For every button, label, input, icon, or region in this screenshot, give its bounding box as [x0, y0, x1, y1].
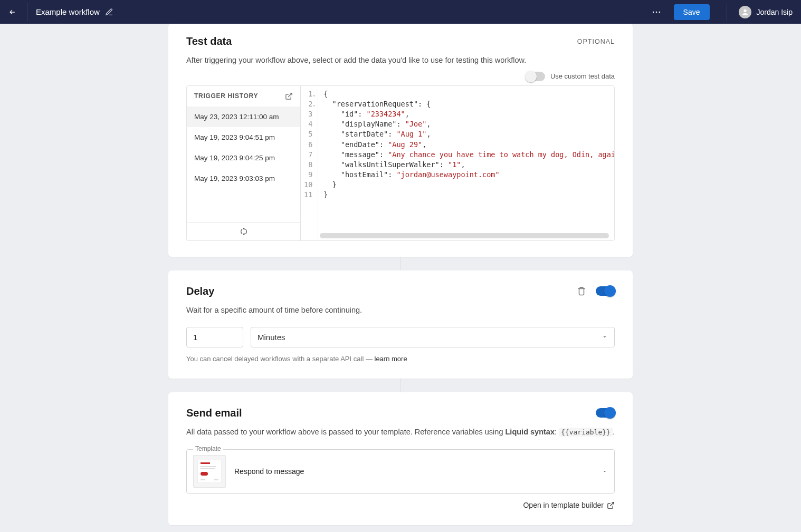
line-gutter: 1⌄ 2⌄ 3 4 5 6 7 8 9 10 11	[301, 86, 318, 240]
template-thumbnail	[193, 455, 226, 488]
json-editor[interactable]: 1⌄ 2⌄ 3 4 5 6 7 8 9 10 11 { "reservation…	[301, 86, 614, 240]
delete-step-button[interactable]	[577, 286, 586, 296]
workflow-title: Example workflow	[36, 7, 100, 16]
test-data-section: Test data OPTIONAL After triggering your…	[168, 24, 633, 257]
app-bar: Example workflow Save Jordan Isip	[0, 0, 801, 24]
external-link-icon	[285, 92, 293, 100]
dots-horizontal-icon	[651, 7, 662, 17]
arrow-left-icon	[8, 7, 16, 17]
template-name: Respond to message	[234, 467, 304, 476]
liquid-code-example: {{variable}}	[559, 428, 613, 437]
delay-unit-value: Minutes	[258, 333, 285, 342]
sync-icon	[240, 227, 248, 236]
history-item[interactable]: May 19, 2023 9:03:03 pm	[187, 168, 300, 189]
more-menu-button[interactable]	[647, 3, 665, 21]
back-button[interactable]	[8, 3, 27, 22]
horizontal-scrollbar[interactable]	[320, 233, 609, 238]
send-email-enable-toggle[interactable]	[596, 408, 615, 418]
refresh-history-button[interactable]	[187, 223, 300, 240]
history-item[interactable]: May 23, 2023 12:11:00 am	[187, 107, 300, 127]
test-data-description: After triggering your workflow above, se…	[186, 55, 615, 66]
history-item[interactable]: May 19, 2023 9:04:25 pm	[187, 148, 300, 168]
template-legend: Template	[193, 445, 223, 452]
template-select[interactable]: Template Respond to message	[186, 449, 615, 494]
optional-badge: OPTIONAL	[577, 38, 615, 45]
send-email-description: All data passed to your workflow above i…	[186, 427, 615, 438]
connector	[400, 379, 401, 392]
svg-point-2	[659, 11, 660, 13]
trigger-history-title: TRIGGER HISTORY	[194, 92, 258, 100]
open-template-builder-link[interactable]: Open in template builder	[186, 501, 615, 509]
custom-test-data-toggle[interactable]	[526, 72, 545, 81]
svg-point-1	[655, 11, 657, 13]
history-item[interactable]: May 19, 2023 9:04:51 pm	[187, 127, 300, 148]
send-email-section: Send email All data passed to your workf…	[168, 392, 633, 526]
json-code: { "reservationRequest": { "id": "2334234…	[318, 86, 614, 240]
delay-title: Delay	[186, 285, 214, 297]
open-history-button[interactable]	[285, 92, 293, 100]
delay-amount-input[interactable]	[186, 327, 243, 347]
delay-description: Wait for a specific amount of time befor…	[186, 305, 615, 316]
delay-section: Delay Wait for a specific amount of time…	[168, 270, 633, 379]
delay-unit-select[interactable]: Minutes	[251, 327, 615, 347]
connector	[400, 257, 401, 270]
chevron-down-icon	[602, 468, 608, 475]
trigger-history-panel: TRIGGER HISTORY May 23, 2023 12:11:00 am…	[187, 86, 301, 240]
appbar-divider	[727, 4, 727, 21]
user-name: Jordan Isip	[757, 8, 793, 16]
learn-more-link[interactable]: learn more	[375, 355, 407, 363]
test-data-title: Test data	[186, 35, 232, 47]
external-link-icon	[607, 501, 615, 509]
delay-enable-toggle[interactable]	[596, 286, 615, 296]
svg-point-0	[652, 11, 654, 13]
user-icon	[741, 8, 749, 16]
custom-test-data-label: Use custom test data	[550, 72, 615, 80]
send-email-title: Send email	[186, 407, 242, 419]
chevron-down-icon	[602, 334, 608, 340]
avatar	[739, 6, 751, 18]
delay-hint: You can cancel delayed workflows with a …	[186, 355, 615, 363]
edit-title-button[interactable]	[105, 8, 113, 16]
save-button[interactable]: Save	[674, 4, 710, 20]
trash-icon	[577, 286, 586, 296]
pencil-icon	[105, 8, 113, 16]
user-menu[interactable]: Jordan Isip	[739, 6, 793, 18]
svg-point-3	[743, 9, 746, 12]
